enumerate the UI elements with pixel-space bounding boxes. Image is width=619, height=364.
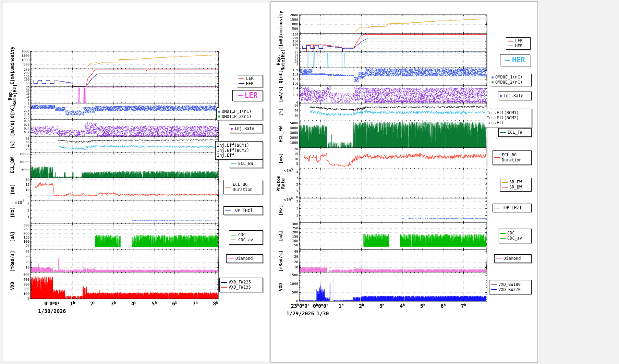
line-sample-icon [225, 187, 231, 187]
legend-label: VXD_BW180 [498, 282, 521, 287]
legend-label: Inj.Eff(BCM2) [487, 116, 519, 121]
legend-label: LER [246, 76, 254, 81]
legend-label: HER [515, 44, 523, 49]
legend-label: VXD_FW225 [229, 280, 251, 285]
legend-entry: QMD8E_2(nC) [491, 80, 530, 85]
legend-label: ECL_BW [238, 161, 253, 166]
legend-entry: CDC_av [500, 236, 530, 241]
legend-label: Inj.Rate [503, 93, 523, 98]
marker-sample-icon [491, 81, 494, 83]
line-sample-icon [228, 258, 234, 259]
legend-entry: ECL BG Duration [494, 153, 530, 162]
legend-label: LER [245, 91, 258, 100]
legend-label: HER [512, 56, 525, 65]
legend-cdc: CDCCDC_av [229, 230, 263, 245]
line-sample-icon [494, 208, 500, 208]
legend-label: CDC [507, 231, 515, 236]
legend-entry: Inj.Rate [231, 126, 261, 131]
line-sample-icon [500, 233, 506, 234]
legend-diamond: Diamond [226, 254, 263, 263]
legend-beam-current: LERHER [506, 37, 531, 50]
legend-entry: HER [502, 56, 529, 65]
legend-cdc: CDCCDC_av [498, 229, 532, 243]
legend-label: SR_BW [509, 185, 522, 190]
legend-entry: HER [239, 81, 261, 86]
legend-label: Diamond [503, 256, 521, 261]
legend-entry: CDC [231, 232, 261, 238]
legend-label: Diamond [235, 256, 253, 261]
legend-entry: TOP [Hz] [225, 208, 261, 213]
legend-ecl-bw: ECL_BW [229, 159, 263, 168]
legend-entry: CDC_av [231, 238, 261, 243]
legend-entry: LER [508, 38, 529, 44]
line-sample-icon [231, 240, 236, 240]
legend-entry: QMD11P_1(nC) [218, 109, 261, 114]
legend-injection-efficiency: Inj.Eff(BCM1)Inj.Eff(BCM2)Inj.Eff [485, 109, 532, 127]
line-sample-icon [225, 210, 231, 211]
line-sample-icon [231, 235, 236, 235]
legend-label: QMD11P_2(nC) [222, 114, 252, 119]
legend-entry: SR_FW [502, 180, 530, 185]
legend-label: ECL BG Duration [233, 182, 253, 192]
legend-beam-current: LERHER [237, 75, 263, 87]
legend-entry: ECL BG Duration [225, 182, 261, 192]
legend-entry: Inj.Eff(BCM2) [217, 148, 261, 153]
legend-entry: VXD_FW225 [221, 280, 261, 285]
line-sample-icon [221, 282, 227, 283]
line-sample-icon [508, 41, 513, 41]
marker-sample-icon [500, 95, 502, 97]
legend-label: LER [515, 38, 523, 44]
right-monitor-panel: LERHERHERQMD8E_1(nC)QMD8E_2(nC)Inj.RateI… [270, 1, 538, 363]
line-sample-icon [494, 157, 500, 158]
legend-vxd: VXD_BW180VXD_BW270 [489, 280, 532, 294]
legend-entry: LER [234, 91, 261, 100]
legend-label: Inj.Eff [217, 153, 234, 158]
legend-label: ECL_FW [508, 130, 522, 135]
legend-label: VXD_BW270 [498, 287, 521, 292]
legend-label: ECL BG Duration [502, 153, 522, 162]
legend-ecl-fw: ECL_FW [498, 128, 532, 137]
line-sample-icon [508, 46, 513, 46]
legend-entry: Diamond [496, 256, 530, 261]
legend-entry: Inj.Eff [487, 120, 530, 125]
line-sample-icon [231, 163, 236, 164]
legend-label: VXD_FW135 [229, 285, 251, 290]
legend-injection-efficiency: Inj.Eff(BCM1)Inj.Eff(BCM2)Inj.Eff [215, 141, 263, 160]
legend-sr: SR_FWSR_BW [500, 178, 532, 192]
line-sample-icon [491, 284, 497, 285]
marker-sample-icon [218, 116, 220, 118]
legend-label: CDC_av [507, 236, 522, 241]
legend-entry: Inj.Rate [500, 93, 530, 98]
legend-vxd: VXD_FW225VXD_FW135 [219, 278, 263, 292]
legend-entry: Inj.Eff(BCM1) [487, 110, 530, 116]
line-sample-icon [221, 287, 227, 288]
line-sample-icon [500, 132, 506, 133]
legend-top-rate: TOP [Hz] [493, 204, 532, 212]
legend-ecl-bg-duration: ECL BG Duration [223, 180, 263, 194]
line-sample-icon [496, 258, 502, 259]
line-sample-icon [239, 78, 244, 79]
left-monitor-panel: LERHERLERQMD11P_1(nC)QMD11P_2(nC)Inj.Rat… [2, 2, 269, 362]
legend-entry: HER [508, 44, 529, 49]
legend-entry: CDC [500, 231, 530, 236]
legend-entry: VXD_BW270 [491, 287, 530, 292]
line-sample-icon [502, 182, 508, 183]
right-plots-canvas [271, 2, 538, 363]
legend-entry: SR_BW [502, 185, 530, 190]
line-sample-icon [505, 60, 510, 61]
legend-label: CDC [238, 232, 246, 238]
legend-rep-rate: LER [232, 90, 263, 101]
legend-injection-rate: Inj.Rate [498, 92, 532, 100]
beam-background-monitor: { "page": {"background": "#f2f2f2", "pan… [0, 0, 619, 364]
legend-injection-rate: Inj.Rate [229, 124, 263, 133]
legend-label: Inj.Eff(BCM1) [487, 110, 519, 116]
legend-top-rate: TOP [Hz] [223, 206, 263, 215]
legend-entry: QMD8E_1(nC) [491, 75, 530, 80]
legend-entry: Inj.Eff [217, 153, 261, 158]
line-sample-icon [491, 289, 497, 290]
marker-sample-icon [218, 111, 220, 113]
line-sample-icon [239, 83, 244, 84]
line-sample-icon [502, 187, 508, 187]
legend-entry: QMD11P_2(nC) [218, 114, 261, 119]
legend-label: QMD8E_2(nC) [495, 80, 522, 85]
